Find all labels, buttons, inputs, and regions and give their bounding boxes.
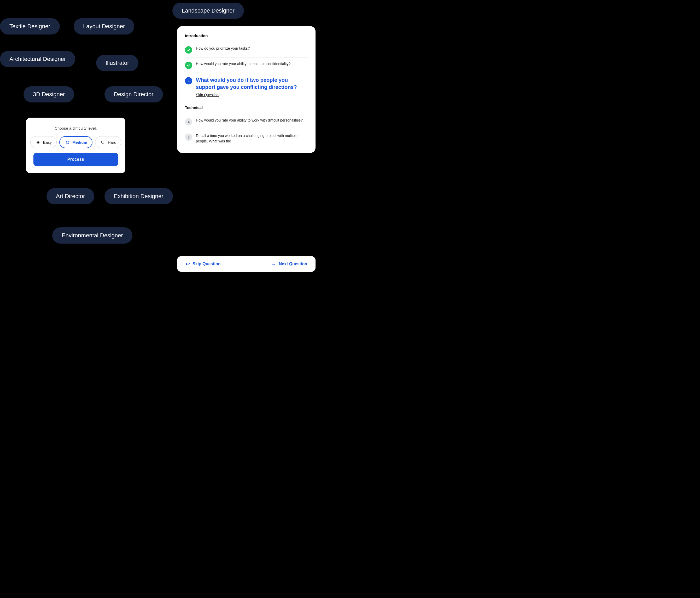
skip-question-action[interactable]: ↩ Skip Question	[185, 261, 221, 267]
intro-section-title: Introduction	[185, 33, 308, 38]
next-question-action[interactable]: → Next Question	[271, 261, 307, 267]
pill-exhibition-designer[interactable]: Exhibition Designer	[104, 188, 173, 205]
q5-text: Recall a time you worked on a challengin…	[196, 133, 308, 144]
pill-environmental-designer[interactable]: Environmental Designer	[52, 228, 132, 244]
q5-pending-icon: 5	[185, 134, 192, 141]
easy-icon: ◈	[35, 139, 41, 145]
pill-landscape-designer[interactable]: Landscape Designer	[172, 3, 244, 19]
question-item-4: 4 How would you rate your ability to wor…	[185, 114, 308, 129]
q4-pending-icon: 4	[185, 118, 192, 125]
q1-text: How do you prioritize your tasks?	[196, 46, 250, 51]
skip-label[interactable]: Skip Question	[193, 262, 221, 266]
easy-button[interactable]: ◈ Easy	[30, 136, 57, 148]
q3-text: What would you do if two people you supp…	[196, 77, 308, 91]
question-item-3: 3 What would you do if two people you su…	[185, 73, 308, 101]
next-icon: →	[271, 261, 276, 267]
bottom-navigation-bar: ↩ Skip Question → Next Question	[177, 256, 316, 272]
medium-label: Medium	[72, 140, 87, 145]
skip-icon: ↩	[185, 261, 190, 267]
question-item-1: How do you prioritize your tasks?	[185, 42, 308, 57]
pill-design-director[interactable]: Design Director	[104, 86, 163, 102]
hard-icon: ⬡	[100, 139, 106, 145]
questions-panel: Introduction How do you prioritize your …	[177, 26, 316, 153]
pill-textile-designer[interactable]: Textile Designer	[0, 18, 60, 34]
question-item-5: 5 Recall a time you worked on a challeng…	[185, 129, 308, 148]
pill-3d-designer[interactable]: 3D Designer	[24, 86, 74, 102]
q3-active-icon: 3	[185, 77, 192, 85]
skip-question-link[interactable]: Skip Question	[196, 93, 219, 97]
process-button[interactable]: Process	[33, 153, 118, 166]
q2-text: How would you rate your ability to maint…	[196, 61, 291, 67]
q1-done-icon	[185, 46, 192, 53]
technical-section: Technical 4 How would you rate your abil…	[185, 105, 308, 148]
hard-button[interactable]: ⬡ Hard	[95, 136, 122, 148]
medium-icon: ◎	[65, 139, 70, 145]
medium-button[interactable]: ◎ Medium	[59, 136, 93, 148]
difficulty-card: Choose a difficulty level. ◈ Easy ◎ Medi…	[26, 118, 125, 173]
technical-section-title: Technical	[185, 105, 308, 110]
difficulty-prompt: Choose a difficulty level.	[33, 126, 118, 130]
pill-art-director[interactable]: Art Director	[47, 188, 94, 205]
pill-architectural-designer[interactable]: Architectural Designer	[0, 51, 75, 67]
pill-layout-designer[interactable]: Layout Designer	[74, 18, 134, 34]
q4-text: How would you rate your ability to work …	[196, 118, 303, 123]
pill-illustrator[interactable]: Illustrator	[96, 55, 139, 71]
easy-label: Easy	[43, 140, 52, 145]
hard-label: Hard	[108, 140, 117, 145]
question-item-2: How would you rate your ability to maint…	[185, 57, 308, 73]
next-label[interactable]: Next Question	[279, 262, 307, 266]
q2-done-icon	[185, 62, 192, 69]
difficulty-options: ◈ Easy ◎ Medium ⬡ Hard	[33, 136, 118, 148]
